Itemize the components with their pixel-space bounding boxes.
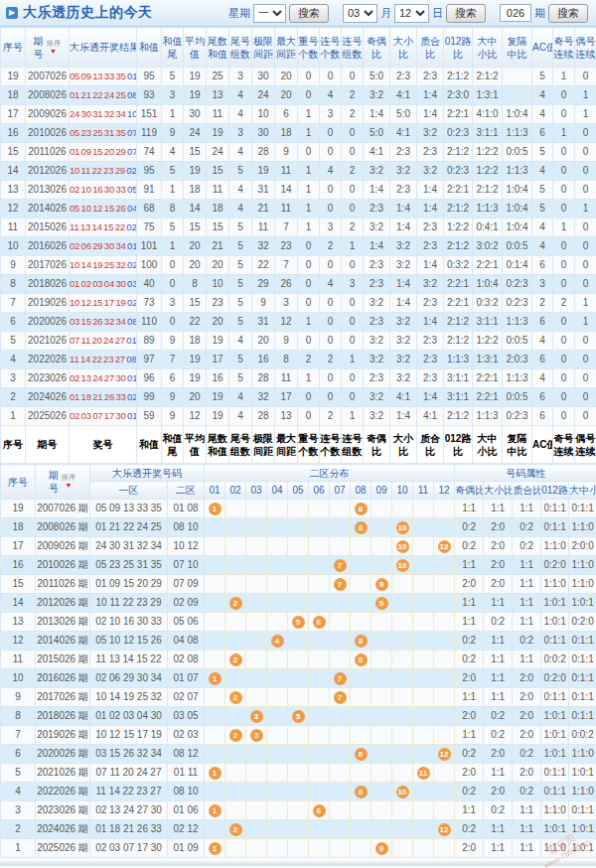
column-header: 07	[330, 482, 351, 500]
column-header-label: 大小比	[390, 28, 416, 67]
issue-cell: 2011026	[26, 143, 70, 162]
stat-cell: 11	[207, 105, 229, 124]
issue-cell: 2013026	[26, 181, 70, 200]
back-zone-cell: 10 12	[168, 537, 205, 556]
zone-cell: 9	[372, 594, 392, 613]
lottery-ball: 12	[438, 823, 451, 836]
table-row: 82018026 期01 02 03 04 3003 05352:00:22:0…	[1, 707, 596, 726]
stat-cell: 0	[342, 294, 364, 313]
zone-cell: 4	[267, 632, 288, 651]
column-header-label: 平均值	[184, 28, 206, 67]
issue-search-group: 期 搜索	[500, 4, 588, 23]
attr-cell: 0:1:1	[569, 651, 596, 669]
column-header-label: 重号个数	[298, 426, 319, 463]
column-header-label: 12	[434, 482, 454, 499]
zone-cell	[309, 726, 330, 745]
stat-cell: 1	[553, 68, 575, 86]
stat-cell: 3:2	[390, 256, 417, 275]
lottery-ball: 8	[355, 653, 368, 666]
stat-cell: 2	[342, 218, 364, 237]
stat-cell: 2:1:2	[444, 200, 473, 218]
zone-cell	[246, 651, 267, 669]
back-zone-cell: 08 10	[168, 783, 205, 801]
table-row: 152011026 期01 09 15 20 2907 09792:02:01:…	[1, 575, 596, 594]
stat-cell: 0	[342, 181, 364, 200]
stat-cell: 4	[532, 105, 553, 124]
stat-cell: 0	[553, 256, 575, 275]
attr-cell: 0:2	[455, 518, 484, 537]
stat-cell: 30	[252, 68, 275, 86]
front-numbers: 01 21 22 24 25	[70, 89, 126, 100]
stat-cell: 19	[252, 162, 275, 181]
column-header: 奇偶比	[455, 482, 484, 500]
month-select[interactable]: 03	[343, 4, 377, 23]
lottery-ball: 9	[375, 597, 388, 610]
seq-cell: 5	[1, 332, 26, 351]
week-search-button[interactable]: 搜索	[289, 4, 329, 23]
stat-cell: 31	[252, 313, 275, 332]
column-header-label: 连号组数	[342, 426, 363, 463]
column-header: 01	[205, 482, 225, 500]
result-cell: 01 02 03 04 30 03 05	[70, 275, 137, 294]
stat-cell: 22	[252, 256, 275, 275]
zone-cell	[434, 707, 455, 726]
stat-cell: 18	[184, 181, 207, 200]
seq-cell: 7	[1, 726, 36, 745]
attr-cell: 1:0:1	[541, 613, 569, 632]
issue-search-button[interactable]: 搜索	[548, 4, 588, 23]
stat-cell: 0	[575, 256, 596, 275]
zone-cell: 7	[330, 556, 351, 575]
stat-cell: 4	[320, 275, 342, 294]
stat-cell: 0	[553, 181, 575, 200]
column-header: 复隔中比	[503, 426, 532, 464]
sort-control[interactable]: 排序▼	[61, 474, 76, 490]
stat-cell: 1	[162, 181, 184, 200]
week-select[interactable]: 一	[253, 4, 286, 23]
stat-cell: 15	[207, 218, 229, 237]
zone-cell	[413, 518, 434, 537]
zone-cell: 7	[330, 669, 351, 688]
stat-cell: 4:1:0	[473, 105, 503, 124]
sort-control[interactable]: 排序▼	[46, 40, 62, 56]
zone-cell	[246, 688, 267, 707]
stat-cell: 119	[137, 124, 162, 143]
back-numbers: 01 06	[127, 372, 136, 383]
back-zone-cell: 02 12	[168, 820, 205, 839]
front-numbers: 05 09 13 33 35	[70, 71, 126, 81]
zone-cell: 9	[372, 839, 392, 858]
month-label: 月	[380, 6, 391, 21]
result-cell: 10 14 19 25 32 02 07	[70, 256, 137, 275]
seq-cell: 3	[1, 369, 26, 388]
stat-cell: 0	[553, 369, 575, 388]
zone-cell	[372, 745, 392, 764]
table-row: 18200802601 21 22 24 25 08 1093319134242…	[1, 86, 596, 105]
attr-cell: 1:1	[455, 500, 484, 518]
stat-cell: 5	[229, 218, 252, 237]
front-zone-cell: 05 23 25 31 35	[90, 556, 168, 575]
zone-cell	[205, 783, 225, 801]
zone-cell	[330, 820, 351, 839]
zone-cell	[392, 632, 413, 651]
seq-cell: 2	[1, 388, 26, 407]
stat-cell: 96	[137, 369, 162, 388]
result-cell: 07 11 20 24 27 01 11	[70, 332, 137, 351]
stat-cell: 5:0	[364, 68, 390, 86]
stat-cell: 3:2	[390, 332, 417, 351]
attr-cell: 0:1:1	[541, 632, 569, 651]
date-search-button[interactable]: 搜索	[446, 4, 486, 23]
stat-cell: 20	[207, 256, 229, 275]
stat-cell: 14	[184, 200, 207, 218]
seq-cell: 19	[1, 500, 36, 518]
stat-cell: 0	[320, 68, 342, 86]
column-header-label: 最大间距	[275, 426, 297, 463]
stat-cell: 3:1:1	[444, 388, 473, 407]
stat-cell: 2	[532, 294, 553, 313]
day-select[interactable]: 12	[394, 4, 429, 23]
attr-cell: 1:1	[455, 688, 484, 707]
stat-cell: 2:1:2	[444, 332, 473, 351]
zone-cell	[330, 707, 351, 726]
attr-cell: 2:0	[513, 688, 541, 707]
issue-input[interactable]	[500, 4, 531, 22]
stat-cell: 0	[342, 388, 364, 407]
column-header: 03	[246, 482, 267, 500]
